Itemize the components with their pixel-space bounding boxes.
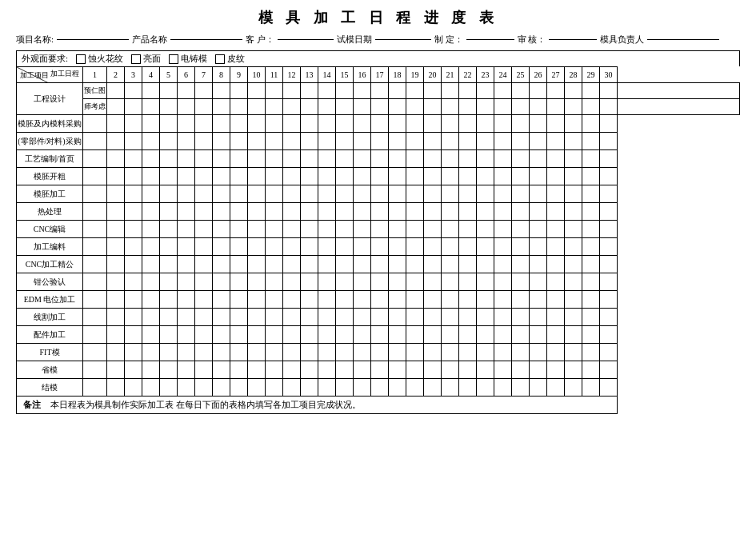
cell-0-0-0[interactable] [107, 83, 125, 99]
cell-8-13[interactable] [318, 238, 336, 256]
cell-15-14[interactable] [336, 361, 354, 379]
cell-12-13[interactable] [318, 309, 336, 326]
cell-8-20[interactable] [442, 238, 459, 256]
cell-3-1[interactable] [107, 150, 125, 168]
cell-0-1-19[interactable] [442, 99, 459, 115]
cell-11-16[interactable] [371, 291, 389, 309]
cell-11-12[interactable] [301, 291, 318, 309]
cell-3-2[interactable] [125, 150, 142, 168]
cell-9-27[interactable] [565, 256, 582, 273]
cell-16-13[interactable] [318, 379, 336, 397]
cell-15-4[interactable] [160, 361, 178, 379]
cell-1-8[interactable] [230, 115, 248, 133]
cell-15-22[interactable] [477, 361, 494, 379]
cell-14-11[interactable] [283, 344, 301, 361]
cell-10-23[interactable] [494, 273, 512, 291]
cell-10-8[interactable] [230, 273, 248, 291]
cell-9-23[interactable] [494, 256, 512, 273]
cell-10-22[interactable] [477, 273, 494, 291]
cell-14-5[interactable] [178, 344, 195, 361]
checkbox-2[interactable] [131, 54, 141, 64]
cell-3-17[interactable] [389, 150, 406, 168]
cell-2-22[interactable] [477, 133, 494, 150]
cell-5-22[interactable] [477, 185, 494, 203]
cell-3-13[interactable] [318, 150, 336, 168]
cell-12-22[interactable] [477, 309, 494, 326]
cell-4-13[interactable] [318, 168, 336, 185]
cell-11-8[interactable] [230, 291, 248, 309]
cell-12-28[interactable] [582, 309, 600, 326]
cell-7-14[interactable] [336, 221, 354, 238]
cell-3-25[interactable] [530, 150, 547, 168]
cell-9-6[interactable] [195, 256, 213, 273]
cell-5-1[interactable] [107, 185, 125, 203]
cell-1-17[interactable] [389, 115, 406, 133]
cell-6-27[interactable] [565, 203, 582, 221]
cell-7-28[interactable] [582, 221, 600, 238]
cell-0-0-22[interactable] [494, 83, 512, 99]
cell-8-26[interactable] [547, 238, 565, 256]
cell-10-16[interactable] [371, 273, 389, 291]
cell-12-29[interactable] [600, 309, 618, 326]
cell-14-22[interactable] [477, 344, 494, 361]
cell-10-7[interactable] [213, 273, 230, 291]
cell-7-22[interactable] [477, 221, 494, 238]
cell-11-21[interactable] [459, 291, 477, 309]
cell-0-1-28[interactable] [600, 99, 618, 115]
cell-2-15[interactable] [354, 133, 371, 150]
cell-8-12[interactable] [301, 238, 318, 256]
cell-11-14[interactable] [336, 291, 354, 309]
cell-6-19[interactable] [424, 203, 442, 221]
cell-4-11[interactable] [283, 168, 301, 185]
cell-1-24[interactable] [512, 115, 530, 133]
cell-16-21[interactable] [459, 379, 477, 397]
cell-14-21[interactable] [459, 344, 477, 361]
cell-13-3[interactable] [142, 326, 160, 344]
cell-16-25[interactable] [530, 379, 547, 397]
cell-8-4[interactable] [160, 238, 178, 256]
cell-16-12[interactable] [301, 379, 318, 397]
cell-0-0-25[interactable] [547, 83, 565, 99]
cell-7-24[interactable] [512, 221, 530, 238]
cell-12-10[interactable] [266, 309, 283, 326]
cell-8-24[interactable] [512, 238, 530, 256]
cell-0-1-14[interactable] [354, 99, 371, 115]
cell-5-13[interactable] [318, 185, 336, 203]
cell-0-0-6[interactable] [213, 83, 230, 99]
cell-7-11[interactable] [283, 221, 301, 238]
cell-12-21[interactable] [459, 309, 477, 326]
cell-2-29[interactable] [600, 133, 618, 150]
cell-0-1-13[interactable] [336, 99, 354, 115]
cell-4-24[interactable] [512, 168, 530, 185]
cell-14-13[interactable] [318, 344, 336, 361]
cell-14-12[interactable] [301, 344, 318, 361]
cell-9-15[interactable] [354, 256, 371, 273]
cell-5-19[interactable] [424, 185, 442, 203]
cell-10-2[interactable] [125, 273, 142, 291]
cell-16-2[interactable] [125, 379, 142, 397]
cell-14-17[interactable] [389, 344, 406, 361]
cell-14-14[interactable] [336, 344, 354, 361]
cell-4-9[interactable] [248, 168, 266, 185]
cell-7-16[interactable] [371, 221, 389, 238]
cell-6-0[interactable] [83, 203, 107, 221]
cell-3-9[interactable] [248, 150, 266, 168]
cell-3-28[interactable] [582, 150, 600, 168]
cell-15-12[interactable] [301, 361, 318, 379]
cell-10-13[interactable] [318, 273, 336, 291]
cell-1-0[interactable] [83, 115, 107, 133]
cell-5-24[interactable] [512, 185, 530, 203]
cell-13-11[interactable] [283, 326, 301, 344]
cell-1-2[interactable] [125, 115, 142, 133]
cell-15-26[interactable] [547, 361, 565, 379]
cell-16-8[interactable] [230, 379, 248, 397]
cell-0-0-2[interactable] [142, 83, 160, 99]
cell-13-25[interactable] [530, 326, 547, 344]
cell-16-3[interactable] [142, 379, 160, 397]
cell-12-8[interactable] [230, 309, 248, 326]
cell-11-4[interactable] [160, 291, 178, 309]
cell-6-25[interactable] [530, 203, 547, 221]
cell-6-1[interactable] [107, 203, 125, 221]
cell-8-11[interactable] [283, 238, 301, 256]
cell-15-1[interactable] [107, 361, 125, 379]
